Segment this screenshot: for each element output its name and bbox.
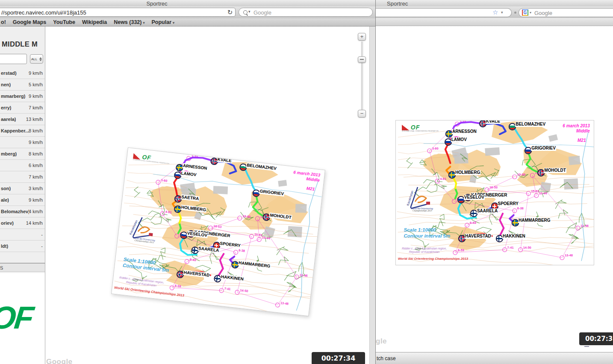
race-timer-left: 00:27:34: [312, 352, 365, 364]
right-search-input[interactable]: G ▾ Google: [519, 8, 613, 17]
competitor-speed: 9 km/h: [29, 70, 43, 76]
competitor-name: ale): [1, 197, 9, 203]
iof-sail-icon: [133, 153, 141, 159]
competitor-name: erstad): [1, 70, 17, 76]
screen: Sportrec //sportrec.navirec.com/ui/#18ja…: [0, 0, 613, 364]
google-watermark-right: gle: [376, 337, 387, 346]
dropdown-arrow-icon: ▾: [173, 21, 174, 25]
bookmark-star-icon[interactable]: ☆: [492, 9, 498, 16]
map-sheet-left[interactable]: 2-333-604-615-376-387-418-599-4310-4411-…: [111, 147, 325, 316]
control-number: 10-44: [539, 191, 548, 195]
select-stepper-icon: [39, 57, 42, 61]
nor-flag-icon: [480, 121, 486, 126]
bookmark-item[interactable]: Popular▾: [151, 19, 174, 25]
competitor-filter-input[interactable]: [0, 54, 27, 64]
runner-marker[interactable]: ARNESSON: [445, 130, 453, 138]
svg-text:Championships 2013: Championships 2013: [413, 209, 432, 212]
google-engine-icon[interactable]: G: [522, 9, 528, 16]
control-number: 9-43: [470, 221, 476, 225]
terrain-stream: [581, 132, 588, 261]
runner-marker[interactable]: VESELOV: [457, 196, 465, 203]
competitor-row[interactable]: 6 km/h: [0, 160, 45, 171]
control-number: 15-61: [531, 189, 539, 193]
google-watermark-left: Google: [46, 358, 73, 364]
competitor-row[interactable]: erstad)9 km/h: [0, 68, 45, 79]
terrain-track-network: [284, 270, 296, 282]
terrain-gray-patch: [288, 226, 302, 238]
fin-flag-icon: [215, 276, 221, 282]
terrain-track-network: [407, 157, 413, 168]
runner-label: HAKKINEN: [502, 234, 526, 239]
reload-icon[interactable]: ↻: [225, 8, 235, 17]
bookmark-star-arrow-icon[interactable]: ▾: [501, 10, 503, 15]
zoom-out-button[interactable]: −: [358, 110, 366, 117]
runner-marker[interactable]: HAMMARBERG: [512, 219, 519, 226]
kazakhstan-logo: KazakhstanWorld Ski OrienteeringChampion…: [405, 185, 436, 212]
competitor-row[interactable]: ale)9 km/h: [0, 194, 45, 206]
right-bookmarks-bar: [376, 18, 613, 26]
control-number: 9-43: [189, 258, 196, 262]
competitor-row[interactable]: -: [0, 229, 45, 241]
control-circle: [513, 208, 517, 213]
competitor-row[interactable]: Belomazhev)4 km/h: [0, 206, 45, 217]
competitor-speed: 9 km/h: [29, 140, 43, 145]
control-number: 14-50: [240, 288, 248, 293]
address-bar[interactable]: //sportrec.navirec.com/ui/#18ja155: [0, 8, 236, 17]
bookmarks-bar: o!Google MapsYouTubeWikipediaNews (332)▾…: [0, 18, 375, 26]
category-select-value: ALL: [31, 57, 37, 61]
runner-marker[interactable]: LAMOV: [445, 138, 452, 146]
control-number: 6-38: [239, 248, 245, 253]
zoom-slider-handle[interactable]: [358, 56, 366, 63]
competitor-speed: 9 km/h: [29, 94, 43, 99]
control-number: 3-60: [432, 147, 439, 150]
runner-label: HOLMBERG: [455, 170, 480, 175]
competitor-row[interactable]: son)3 km/h: [0, 183, 45, 194]
competitor-row[interactable]: 9 km/h: [0, 137, 45, 148]
runner-label: MOHOLDT: [544, 168, 566, 173]
bookmark-item[interactable]: Google Maps: [13, 19, 46, 25]
runner-marker[interactable]: SAARELA: [470, 210, 477, 217]
map-sheet-right[interactable]: 2-333-604-615-376-387-418-599-4310-4411-…: [395, 120, 594, 265]
bul-flag-icon: [240, 164, 246, 170]
zoom-in-button[interactable]: +: [358, 33, 366, 41]
control-number: 14-50: [523, 246, 531, 250]
competitor-row[interactable]: mmarberg)9 km/h: [0, 91, 45, 102]
competitor-row[interactable]: nen)5 km/h: [0, 79, 45, 91]
runner-label: SPOERRY: [498, 201, 519, 206]
iof-logo-large: OF: [0, 302, 34, 334]
category-select[interactable]: ALL: [30, 54, 43, 64]
zoom-slider-track[interactable]: [361, 41, 363, 110]
fin-flag-icon: [192, 247, 198, 253]
right-address-bar[interactable]: [376, 8, 512, 17]
bookmark-item[interactable]: News (332)▾: [114, 19, 144, 25]
bookmark-item[interactable]: YouTube: [53, 19, 75, 25]
terrain-gray-patch: [278, 180, 287, 187]
competitor-row[interactable]: Kappenber...8 km/h: [0, 125, 45, 137]
swe-flag-icon: [446, 131, 452, 137]
nor-flag-icon: [177, 271, 183, 277]
control-number: 15-61: [254, 232, 263, 237]
runner-label: BELOMAZHEV: [515, 122, 546, 127]
terrain-gray-patch: [485, 147, 500, 156]
competitor-name: aarela): [1, 117, 16, 122]
bookmark-item[interactable]: o!: [1, 19, 6, 25]
competitor-row[interactable]: ldt)-: [0, 241, 45, 252]
swe-flag-icon: [175, 206, 181, 212]
competitor-row[interactable]: aarela)13 km/h: [0, 114, 45, 125]
competitor-speed: 6 km/h: [29, 163, 43, 168]
terrain-track-network: [133, 186, 141, 198]
competitor-row[interactable]: 7 km/h: [0, 171, 45, 183]
competitor-speed: -: [41, 244, 43, 249]
competitor-row[interactable]: oriev)14 km/h: [0, 217, 45, 229]
bookmark-item[interactable]: Wikipedia: [82, 19, 107, 25]
fin-flag-icon: [497, 236, 502, 241]
competitor-speed: 3 km/h: [29, 186, 43, 191]
nor-flag-icon: [211, 158, 217, 164]
engine-dropdown-arrow-icon[interactable]: ▾: [530, 11, 531, 15]
match-case-label: tch case: [377, 355, 396, 361]
competitor-row[interactable]: mberg)8 km/h: [0, 148, 45, 160]
competitor-row[interactable]: erry)7 km/h: [0, 102, 45, 114]
control-circle: [519, 248, 523, 252]
search-dropdown-arrow-icon[interactable]: ▾: [248, 9, 251, 14]
search-input[interactable]: ▾ Google: [239, 8, 373, 17]
